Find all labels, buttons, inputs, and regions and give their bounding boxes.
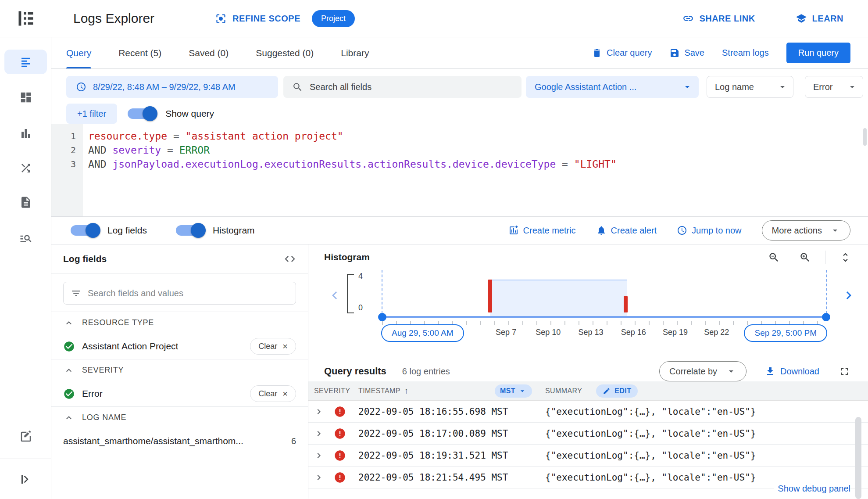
clear-severity-button[interactable]: Clear × bbox=[250, 385, 296, 402]
code-view-button[interactable] bbox=[284, 253, 296, 265]
add-chart-icon bbox=[508, 225, 519, 236]
project-scope-badge[interactable]: Project bbox=[312, 10, 355, 27]
clock-icon bbox=[76, 82, 86, 92]
slider-start-handle[interactable] bbox=[378, 313, 386, 321]
tab-recent[interactable]: Recent (5) bbox=[118, 37, 161, 68]
tab-saved[interactable]: Saved (0) bbox=[189, 37, 229, 68]
column-severity[interactable]: SEVERITY bbox=[308, 387, 358, 395]
refine-scope-icon bbox=[215, 13, 227, 25]
query-line[interactable]: resource.type = "assistant_action_projec… bbox=[88, 129, 868, 143]
alert-bell-icon bbox=[596, 225, 607, 236]
query-line[interactable]: AND severity = ERROR bbox=[88, 143, 868, 157]
search-icon bbox=[292, 82, 303, 93]
query-line[interactable]: AND jsonPayload.executionLog.executionRe… bbox=[88, 157, 868, 171]
field-item-log-name[interactable]: assistant_smarthome/assistant_smarthom..… bbox=[51, 428, 308, 454]
nav-logs-explorer[interactable] bbox=[0, 55, 51, 68]
section-resource-type[interactable]: RESOURCE TYPE bbox=[51, 312, 308, 334]
nav-logs-storage[interactable] bbox=[0, 196, 51, 209]
nav-logs-dashboard[interactable] bbox=[0, 91, 51, 104]
expand-row-chevron-icon[interactable] bbox=[314, 450, 324, 461]
save-button[interactable]: Save bbox=[669, 48, 704, 58]
log-name-filter-chip[interactable]: Log name bbox=[707, 76, 793, 98]
download-icon bbox=[765, 366, 775, 377]
field-item-error[interactable]: Error Clear × bbox=[51, 381, 308, 406]
left-nav-rail bbox=[0, 37, 51, 499]
create-alert-button[interactable]: Create alert bbox=[596, 225, 657, 236]
search-all-fields-input[interactable] bbox=[310, 82, 513, 92]
expand-row-chevron-icon[interactable] bbox=[314, 428, 324, 439]
correlate-by-button[interactable]: Correlate by bbox=[659, 361, 747, 381]
link-icon bbox=[682, 13, 694, 24]
time-range-chip[interactable]: 8/29/22, 8:48 AM – 9/29/22, 9:48 AM bbox=[66, 76, 278, 98]
trash-icon bbox=[592, 48, 602, 58]
fields-search-box[interactable] bbox=[63, 282, 296, 305]
fullscreen-button[interactable] bbox=[839, 366, 850, 377]
slider-end-handle[interactable] bbox=[822, 313, 830, 321]
fields-search-input[interactable] bbox=[88, 288, 289, 298]
run-query-button[interactable]: Run query bbox=[786, 43, 850, 63]
caret-down-icon bbox=[847, 82, 857, 92]
section-log-name[interactable]: LOG NAME bbox=[51, 406, 308, 428]
router-shuffle-icon bbox=[19, 162, 32, 175]
time-slider-track[interactable] bbox=[382, 316, 826, 318]
query-editor[interactable]: 123 resource.type = "assistant_action_pr… bbox=[51, 124, 868, 216]
histogram-plot[interactable]: Aug 29, 5:00 AM Sep 29, 5:00 PM Sep 7Sep… bbox=[382, 244, 826, 350]
nav-logs-router[interactable] bbox=[0, 162, 51, 175]
result-summary: {"executionLog":{…}, "locale":"en-US"} bbox=[539, 406, 868, 417]
show-query-toggle[interactable] bbox=[127, 106, 157, 121]
timezone-selector[interactable]: MST bbox=[495, 384, 532, 398]
clear-resource-type-button[interactable]: Clear × bbox=[250, 338, 296, 355]
more-actions-button[interactable]: More actions bbox=[762, 220, 851, 241]
resource-filter-chip[interactable]: Google Assistant Action ... bbox=[526, 76, 699, 98]
tab-query[interactable]: Query bbox=[66, 37, 91, 68]
dashboard-icon bbox=[19, 91, 32, 104]
tab-library[interactable]: Library bbox=[341, 37, 369, 68]
manage-search-icon bbox=[19, 232, 32, 245]
vertical-scrollbar[interactable] bbox=[855, 417, 861, 499]
jump-to-now-button[interactable]: Jump to now bbox=[677, 225, 741, 236]
pan-left-button[interactable] bbox=[327, 287, 343, 303]
editor-scrollbar[interactable] bbox=[863, 128, 867, 146]
log-entry-row[interactable]: 2022-09-05 18:17:00.089 MST {"executionL… bbox=[308, 423, 868, 445]
column-timestamp[interactable]: TIMESTAMP bbox=[358, 387, 400, 395]
chevron-up-icon bbox=[64, 413, 74, 423]
share-link-button[interactable]: SHARE LINK bbox=[682, 13, 755, 24]
check-circle-icon bbox=[63, 388, 75, 400]
histogram-toggle[interactable] bbox=[175, 223, 206, 238]
histogram-selection[interactable] bbox=[490, 280, 627, 317]
expand-row-chevron-icon[interactable] bbox=[314, 406, 324, 417]
expand-histogram-button[interactable] bbox=[839, 251, 851, 263]
clear-query-button[interactable]: Clear query bbox=[592, 48, 652, 58]
log-entry-row[interactable]: 2022-09-05 18:16:55.698 MST {"executionL… bbox=[308, 401, 868, 423]
expand-row-chevron-icon[interactable] bbox=[314, 472, 324, 483]
range-end-pill[interactable]: Sep 29, 5:00 PM bbox=[744, 324, 827, 342]
chevron-right-icon bbox=[841, 287, 857, 303]
query-editor-lines[interactable]: resource.type = "assistant_action_projec… bbox=[83, 124, 868, 216]
sort-ascending-icon[interactable]: ↑ bbox=[404, 386, 409, 396]
add-filter-chip[interactable]: +1 filter bbox=[66, 104, 117, 124]
log-entry-row[interactable]: 2022-09-05 18:19:31.521 MST {"executionL… bbox=[308, 445, 868, 467]
range-start-pill[interactable]: Aug 29, 5:00 AM bbox=[381, 324, 464, 342]
pan-right-button[interactable] bbox=[841, 287, 857, 303]
learn-button[interactable]: LEARN bbox=[796, 13, 843, 24]
refine-scope-button[interactable]: REFINE SCOPE bbox=[215, 13, 300, 25]
logs-explorer-app: Logs Explorer REFINE SCOPE Project SHARE… bbox=[0, 0, 868, 499]
nav-send-feedback[interactable] bbox=[0, 430, 51, 443]
tab-suggested[interactable]: Suggested (0) bbox=[256, 37, 314, 68]
download-button[interactable]: Download bbox=[765, 366, 819, 377]
stream-logs-button[interactable]: Stream logs bbox=[722, 48, 769, 58]
edit-summary-button[interactable]: EDIT bbox=[596, 384, 638, 398]
nav-log-analytics[interactable] bbox=[0, 232, 51, 245]
y-axis-bracket bbox=[347, 274, 348, 313]
severity-filter-chip[interactable]: Error bbox=[805, 76, 863, 98]
section-severity[interactable]: SEVERITY bbox=[51, 359, 308, 381]
search-all-fields-box[interactable] bbox=[283, 76, 522, 98]
expand-rail-button[interactable] bbox=[0, 473, 51, 486]
create-metric-button[interactable]: Create metric bbox=[508, 225, 576, 236]
logo-box[interactable] bbox=[0, 9, 51, 28]
field-item-assistant-action-project[interactable]: Assistant Action Project Clear × bbox=[51, 334, 308, 359]
nav-log-based-metrics[interactable] bbox=[0, 127, 51, 140]
show-debug-panel-link[interactable]: Show debug panel bbox=[774, 484, 850, 494]
panel-open-icon bbox=[19, 473, 32, 486]
log-fields-toggle[interactable] bbox=[70, 223, 100, 238]
